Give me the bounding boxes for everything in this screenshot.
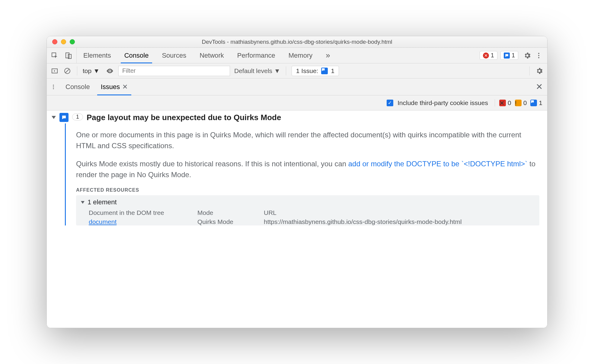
- titlebar: DevTools - mathiasbynens.github.io/css-d…: [47, 36, 547, 48]
- console-toolbar: top ▼ Default levels ▼ 1 Issue:: [47, 63, 547, 78]
- issues-error-count: ✕ 0: [499, 99, 511, 107]
- tab-console[interactable]: Console: [118, 48, 155, 63]
- third-party-label: Include third-party cookie issues: [398, 99, 488, 107]
- window-close-button[interactable]: [52, 39, 57, 44]
- live-expression-icon[interactable]: [106, 67, 114, 75]
- doctype-help-link[interactable]: add or modify the DOCTYPE to be `<!DOCTY…: [348, 160, 528, 168]
- chevron-down-icon: [81, 201, 85, 204]
- svg-point-9: [109, 70, 110, 71]
- issues-toolbar: ✓ Include third-party cookie issues ✕ 0 …: [47, 95, 547, 110]
- chevron-down-icon: ▼: [274, 67, 280, 75]
- tab-sources[interactable]: Sources: [155, 48, 193, 63]
- affected-resources: 1 element Document in the DOM tree Mode …: [76, 195, 539, 225]
- drawer-tab-issues[interactable]: Issues ✕: [95, 78, 133, 95]
- resource-mode: Quirks Mode: [197, 218, 258, 225]
- window-minimize-button[interactable]: [61, 39, 66, 44]
- sidebar-toggle-icon[interactable]: [50, 67, 59, 75]
- issue-counter-pill[interactable]: 1 Issue: 1: [292, 66, 339, 76]
- issue-pill-label: 1 Issue:: [296, 67, 318, 75]
- issue-category-icon: [59, 113, 69, 122]
- error-count-badge[interactable]: ✕ 1: [480, 51, 497, 60]
- context-selector[interactable]: top ▼: [83, 67, 100, 75]
- error-icon: ✕: [499, 100, 506, 106]
- window-zoom-button[interactable]: [70, 39, 75, 44]
- settings-icon[interactable]: [523, 51, 532, 60]
- issue-info-icon: [321, 68, 328, 74]
- tabs-overflow-button[interactable]: »: [319, 48, 337, 63]
- col-url: URL: [264, 209, 535, 216]
- tab-memory[interactable]: Memory: [282, 48, 319, 63]
- svg-point-4: [538, 55, 539, 56]
- error-count: 1: [491, 52, 494, 59]
- svg-rect-1: [66, 53, 69, 58]
- drawer-close-button[interactable]: ✕: [531, 78, 547, 95]
- drawer-header: Console Issues ✕ ✕: [47, 78, 547, 95]
- svg-point-3: [538, 53, 539, 54]
- resource-document-link[interactable]: document: [89, 218, 191, 225]
- svg-point-12: [53, 88, 54, 89]
- main-toolbar: Elements Console Sources Network Perform…: [47, 48, 547, 63]
- issue-title: Page layout may be unexpected due to Qui…: [87, 113, 281, 122]
- resource-url: https://mathiasbynens.github.io/css-dbg-…: [264, 218, 535, 225]
- devtools-window: DevTools - mathiasbynens.github.io/css-d…: [46, 36, 548, 328]
- chevron-down-icon: ▼: [93, 67, 100, 75]
- info-icon: [530, 100, 537, 106]
- warning-icon: !: [515, 100, 522, 106]
- col-document: Document in the DOM tree: [89, 209, 191, 216]
- tab-network[interactable]: Network: [193, 48, 231, 63]
- svg-point-10: [53, 85, 54, 85]
- issue-description-2: Quirks Mode exists mostly due to histori…: [76, 158, 539, 180]
- device-toolbar-icon[interactable]: [64, 51, 73, 60]
- error-icon: ✕: [483, 53, 489, 59]
- tab-performance[interactable]: Performance: [231, 48, 282, 63]
- tab-elements[interactable]: Elements: [77, 48, 118, 63]
- issues-content: 1 Page layout may be unexpected due to Q…: [47, 110, 547, 328]
- issues-info-count: 1: [530, 99, 542, 107]
- context-label: top: [83, 67, 91, 75]
- third-party-checkbox[interactable]: ✓: [387, 100, 393, 106]
- kebab-menu-icon[interactable]: [535, 51, 543, 60]
- clear-console-icon[interactable]: [63, 67, 72, 75]
- drawer-tab-issues-label: Issues: [101, 83, 120, 91]
- info-count: 1: [512, 52, 515, 59]
- filter-input[interactable]: [118, 66, 230, 76]
- svg-point-5: [538, 57, 539, 58]
- drawer-tab-console[interactable]: Console: [60, 78, 95, 95]
- console-settings-icon[interactable]: [535, 67, 544, 75]
- affected-resources-label: AFFECTED RESOURCES: [76, 187, 539, 193]
- element-group-label: 1 element: [88, 198, 117, 206]
- issue-body: One or more documents in this page is in…: [65, 123, 542, 225]
- col-mode: Mode: [197, 209, 258, 216]
- info-count-badge[interactable]: 1: [500, 51, 518, 60]
- issue-pill-count: 1: [331, 67, 334, 75]
- drawer-kebab-icon[interactable]: [49, 78, 58, 95]
- expand-issue-toggle[interactable]: [52, 116, 56, 119]
- svg-line-8: [65, 69, 69, 73]
- svg-point-11: [53, 86, 54, 87]
- levels-label: Default levels: [234, 67, 272, 75]
- issue-description-1: One or more documents in this page is in…: [76, 129, 539, 151]
- element-group-toggle[interactable]: 1 element: [81, 198, 535, 206]
- main-tabs: Elements Console Sources Network Perform…: [77, 48, 337, 63]
- log-levels-dropdown[interactable]: Default levels ▼: [234, 67, 280, 75]
- close-tab-icon[interactable]: ✕: [122, 83, 128, 91]
- inspect-element-icon[interactable]: [50, 51, 59, 60]
- info-icon: [504, 53, 510, 59]
- issues-warning-count: ! 0: [515, 99, 527, 107]
- window-title: DevTools - mathiasbynens.github.io/css-d…: [47, 39, 547, 45]
- issue-occurrence-count: 1: [72, 113, 83, 120]
